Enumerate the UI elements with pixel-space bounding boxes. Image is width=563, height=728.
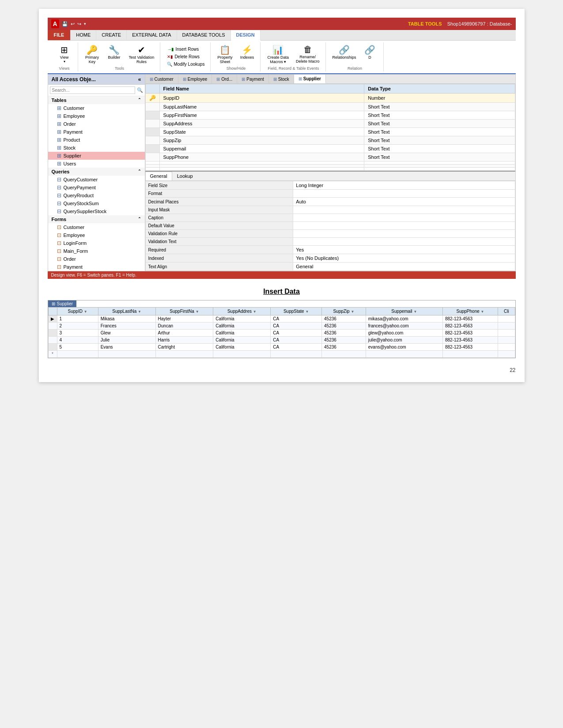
sidebar-item-querycustomer[interactable]: ⊟ QueryCustomer <box>48 176 145 184</box>
field-name-cell[interactable]: SuppAddress <box>159 120 364 128</box>
prop-value[interactable] <box>293 190 515 198</box>
prop-value[interactable] <box>293 206 515 214</box>
field-name-cell[interactable]: SuppPhone <box>159 153 364 161</box>
prop-value[interactable]: Long Integer <box>293 181 515 190</box>
search-input[interactable] <box>50 86 135 94</box>
table-row[interactable]: SuppPhone Short Text <box>145 153 515 161</box>
data-type-cell[interactable]: Short Text <box>364 136 515 145</box>
customize-icon[interactable]: ▾ <box>84 22 86 26</box>
undo-icon[interactable]: ↩ <box>71 21 75 27</box>
data-type-cell[interactable]: Short Text <box>364 103 515 111</box>
view-dropdown-icon[interactable]: ▾ <box>64 60 65 64</box>
prop-value[interactable] <box>293 214 515 222</box>
test-validation-button[interactable]: ✔ Test ValidationRules <box>127 43 157 65</box>
prop-value[interactable] <box>293 230 515 238</box>
data-type-cell[interactable]: Short Text <box>364 111 515 120</box>
sidebar-item-employee[interactable]: ⊞ Employee <box>48 112 145 120</box>
field-name-cell[interactable]: SuppFirstName <box>159 111 364 120</box>
doc-tab-supplier[interactable]: ⊞ Supplier <box>294 75 326 83</box>
field-name-cell[interactable]: SuppZip <box>159 136 364 145</box>
datasheet-tab[interactable]: ⊞ Supplier <box>48 300 77 307</box>
table-row[interactable]: SuppFirstName Short Text <box>145 111 515 120</box>
sidebar-item-product[interactable]: ⊞ Product <box>48 136 145 144</box>
table-row[interactable]: 🔑 SuppID Number <box>145 94 515 103</box>
forms-collapse-icon[interactable]: ⌃ <box>138 217 141 222</box>
relationships-button[interactable]: 🔗 Relationships <box>330 43 359 61</box>
queries-collapse-icon[interactable]: ⌃ <box>138 169 141 174</box>
prop-value[interactable]: Yes <box>293 246 515 254</box>
doc-tab-ord[interactable]: ⊞ Ord... <box>212 75 237 83</box>
table-row[interactable]: SuppAddress Short Text <box>145 120 515 128</box>
col-cli[interactable]: Cli <box>498 308 515 315</box>
col-suppid[interactable]: SuppID ▼ <box>57 308 98 315</box>
redo-icon[interactable]: ↪ <box>77 21 81 27</box>
sidebar-item-querystocksum[interactable]: ⊟ QueryStockSum <box>48 199 145 207</box>
tab-file[interactable]: FILE <box>48 30 71 40</box>
data-type-cell[interactable]: Short Text <box>364 128 515 136</box>
data-type-cell[interactable]: Short Text <box>364 120 515 128</box>
prop-tab-general[interactable]: General <box>145 172 172 180</box>
field-name-cell[interactable]: SuppState <box>159 128 364 136</box>
tab-external-data[interactable]: EXTERNAL DATA <box>127 30 177 40</box>
delete-rows-button[interactable]: ✕▮ Delete Rows <box>165 53 202 60</box>
table-row[interactable]: SuppLastName Short Text <box>145 103 515 111</box>
sidebar-item-customer[interactable]: ⊞ Customer <box>48 104 145 112</box>
sidebar-item-supplier[interactable]: ⊞ Supplier <box>48 152 145 160</box>
table-row[interactable]: 3 Glew Arthur California CA 45236 glew@y… <box>48 330 515 337</box>
sidebar-item-order[interactable]: ⊞ Order <box>48 120 145 128</box>
sidebar-item-form-mainform[interactable]: ⊡ Main_Form <box>48 247 145 255</box>
sidebar-item-form-payment[interactable]: ⊡ Payment <box>48 263 145 271</box>
data-type-cell[interactable]: Number <box>364 94 515 103</box>
d-button[interactable]: 🔗 D <box>360 43 380 61</box>
prop-value[interactable]: Auto <box>293 198 515 206</box>
prop-value[interactable]: Yes (No Duplicates) <box>293 254 515 263</box>
indexes-button[interactable]: ⚡ Indexes <box>237 43 257 61</box>
sidebar-item-querysupplierstock[interactable]: ⊟ QuerySupplierStock <box>48 207 145 215</box>
sidebar-item-users[interactable]: ⊞ Users <box>48 160 145 168</box>
property-sheet-button[interactable]: 📋 PropertySheet <box>215 43 234 65</box>
doc-tab-employee[interactable]: ⊞ Employee <box>178 75 212 83</box>
sidebar-item-queryrroduct[interactable]: ⊟ QueryRroduct <box>48 191 145 199</box>
sidebar-item-querypayment[interactable]: ⊟ QueryPayment <box>48 184 145 191</box>
insert-rows-button[interactable]: →▮ Insert Rows <box>165 46 201 53</box>
rename-delete-macro-button[interactable]: 🗑 Rename/Delete Macro <box>294 43 322 65</box>
tab-design[interactable]: DESIGN <box>231 30 261 41</box>
view-button[interactable]: ⊞ View ▾ <box>55 43 74 65</box>
table-row[interactable]: SuppState Short Text <box>145 128 515 136</box>
prop-tab-lookup[interactable]: Lookup <box>172 172 198 180</box>
field-name-cell[interactable]: Suppemail <box>159 145 364 153</box>
doc-tab-customer[interactable]: ⊞ Customer <box>145 75 178 83</box>
sidebar-collapse-icon[interactable]: « <box>138 76 141 83</box>
col-suppzip[interactable]: SuppZip ▼ <box>322 308 366 315</box>
table-row[interactable]: SuppZip Short Text <box>145 136 515 145</box>
data-type-cell[interactable]: Short Text <box>364 153 515 161</box>
table-row[interactable]: ▶ 1 Mikasa Hayter California CA 45236 mi… <box>48 315 515 323</box>
col-suppstate[interactable]: SuppState ▼ <box>271 308 322 315</box>
save-icon[interactable]: 💾 <box>62 21 68 27</box>
tab-home[interactable]: HOME <box>71 30 96 40</box>
field-name-cell[interactable]: SuppID <box>159 94 364 103</box>
field-name-cell[interactable]: SuppLastName <box>159 103 364 111</box>
col-suppphone[interactable]: SuppPhone ▼ <box>442 308 498 315</box>
sidebar-item-payment[interactable]: ⊞ Payment <box>48 128 145 136</box>
tab-create[interactable]: CREATE <box>96 30 127 40</box>
builder-button[interactable]: 🔧 Builder <box>105 43 124 61</box>
sidebar-item-form-order[interactable]: ⊡ Order <box>48 255 145 263</box>
table-row[interactable]: Suppemail Short Text <box>145 145 515 153</box>
table-row[interactable]: 2 Frances Duncan California CA 45236 fra… <box>48 323 515 330</box>
prop-value[interactable]: General <box>293 263 515 271</box>
col-suppemail[interactable]: Suppemail ▼ <box>366 308 442 315</box>
tab-database-tools[interactable]: DATABASE TOOLS <box>177 30 231 40</box>
modify-lookups-button[interactable]: 🔍 Modify Lookups <box>165 61 207 68</box>
doc-tab-stock[interactable]: ⊞ Stock <box>269 75 294 83</box>
prop-value[interactable] <box>293 238 515 246</box>
table-row[interactable]: 4 Julie Harris California CA 45236 julie… <box>48 337 515 344</box>
data-type-cell[interactable]: Short Text <box>364 145 515 153</box>
doc-tab-payment[interactable]: ⊞ Payment <box>237 75 268 83</box>
col-suppaddres[interactable]: SuppAddres ▼ <box>213 308 271 315</box>
table-row[interactable]: 5 Evans Cartright California CA 45236 ev… <box>48 344 515 351</box>
primary-key-button[interactable]: 🔑 PrimaryKey <box>83 43 102 65</box>
sidebar-item-stock[interactable]: ⊞ Stock <box>48 144 145 152</box>
tables-collapse-icon[interactable]: ⌃ <box>138 98 141 103</box>
col-suppfirstna[interactable]: SuppFirstNa ▼ <box>155 308 213 315</box>
